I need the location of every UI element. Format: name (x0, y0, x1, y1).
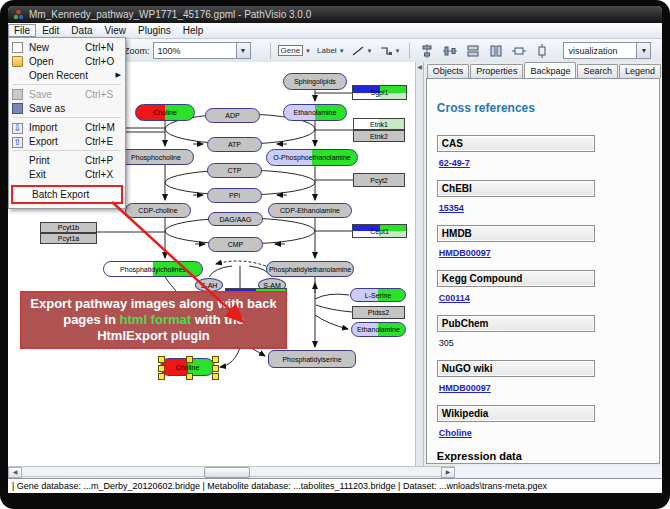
xref-link[interactable]: C00114 (439, 293, 470, 303)
draw-connector-button[interactable]: ▼ (377, 42, 403, 59)
node-label: Choline (176, 364, 200, 371)
node-cmp[interactable]: CMP (208, 237, 263, 252)
align-center-horizontal-button[interactable] (418, 42, 435, 59)
chevron-down-icon[interactable]: ▼ (339, 48, 345, 54)
chevron-down-icon[interactable]: ▼ (305, 48, 311, 54)
common-width-button[interactable] (510, 42, 527, 59)
chevron-down-icon[interactable]: ▼ (636, 43, 650, 58)
menu-item-exit[interactable]: ExitCtrl+X (10, 167, 124, 181)
node-phosphatidylserine[interactable]: Phosphatidylserine (268, 350, 356, 368)
menu-item-batch-export[interactable]: Batch Export (11, 185, 123, 204)
node-label: Pcyt2 (370, 177, 388, 184)
menu-file[interactable]: File (8, 24, 36, 37)
chevron-down-icon[interactable]: ▼ (236, 43, 250, 58)
node-label: Pcyt1b (58, 224, 79, 231)
menu-edit[interactable]: Edit (36, 24, 65, 37)
node-dag-aag[interactable]: DAG/AAG (208, 212, 263, 226)
chevron-down-icon[interactable]: ▼ (395, 48, 401, 54)
node-phosphatidylcholines[interactable]: Phosphatidylcholines (103, 261, 203, 277)
canvas-horizontal-scrollbar[interactable]: ◀ ▶ (8, 466, 455, 477)
node-pcyt1b[interactable]: Pcyt1b (40, 222, 97, 233)
selection-handle[interactable] (158, 356, 165, 363)
node-atp[interactable]: ATP (207, 137, 262, 152)
menu-item-new[interactable]: NewCtrl+N (10, 40, 124, 54)
pathvisio-window: Mm_Kennedy_pathway_WP1771_45176.gpml - P… (8, 6, 662, 493)
node-pcyt1a[interactable]: Pcyt1a (40, 233, 97, 244)
visualization-combobox[interactable]: visualization ▼ (563, 42, 651, 59)
xref-link[interactable]: HMDB00097 (439, 383, 491, 393)
scroll-right-arrow-icon[interactable]: ▶ (441, 467, 455, 478)
node-ptdss2[interactable]: Ptdss2 (352, 306, 405, 319)
scrollbar-thumb[interactable] (204, 467, 250, 478)
menu-item-import[interactable]: ⇩ImportCtrl+M (10, 120, 124, 134)
chevron-down-icon[interactable]: ▼ (367, 48, 373, 54)
menu-icon-spacer (12, 169, 25, 180)
app-icon (13, 9, 24, 20)
node-cdp-ethanolamine[interactable]: CDP-Ethanolamine (268, 203, 352, 218)
node-adp[interactable]: ADP (205, 108, 260, 123)
node-etnk2[interactable]: Etnk2 (353, 130, 405, 142)
xref-link[interactable]: 62-49-7 (439, 158, 470, 168)
selection-handle[interactable] (186, 373, 193, 380)
node-phosphocholine[interactable]: Phosphocholine (118, 149, 194, 165)
menu-separator (13, 150, 121, 151)
menu-item-open[interactable]: OpenCtrl+O (10, 54, 124, 68)
tab-legend[interactable]: Legend (619, 64, 661, 78)
node-etnk1[interactable]: Etnk1 (353, 118, 405, 130)
node-choline[interactable]: Choline (160, 358, 215, 376)
side-panel-tabs: ObjectsPropertiesBackpageSearchLegend (424, 62, 662, 78)
node-pcyt2[interactable]: Pcyt2 (353, 173, 405, 187)
node-s-ah[interactable]: S-AH (195, 278, 223, 292)
selection-handle[interactable] (158, 373, 165, 380)
xref-link[interactable]: 15354 (439, 203, 464, 213)
stack-vertical-button[interactable] (464, 42, 481, 59)
menu-item-save-as[interactable]: Save as (10, 101, 124, 115)
zoom-combobox[interactable]: 100% ▼ (153, 42, 251, 59)
selection-handle[interactable] (186, 356, 193, 363)
status-text: | Gene database: ...m_Derby_20120602.bri… (12, 481, 547, 491)
node-ppi[interactable]: PPi (207, 188, 262, 203)
tab-backpage[interactable]: Backpage (524, 62, 576, 78)
backpage-panel: Cross references CAS62-49-7ChEBI15354HMD… (426, 78, 660, 464)
xref-section-pubchem: PubChem305 (437, 315, 659, 351)
menu-data[interactable]: Data (65, 24, 98, 37)
panel-splitter[interactable]: ◀ (415, 62, 423, 466)
draw-line-button[interactable]: ▼ (349, 42, 375, 59)
node-l-serine[interactable]: L-Serine (350, 288, 406, 302)
node-phosphatidylethanolamine[interactable]: Phosphatidylethanolamine (266, 261, 354, 277)
selection-handle[interactable] (158, 365, 165, 372)
menu-view[interactable]: View (98, 24, 132, 37)
tab-search[interactable]: Search (577, 64, 618, 78)
common-height-button[interactable] (533, 42, 550, 59)
node-ctp[interactable]: CTP (207, 163, 262, 178)
menu-item-export[interactable]: ⇧ExportCtrl+E (10, 134, 124, 148)
add-gene-button[interactable]: Gene ▼ (276, 42, 314, 59)
selection-handle[interactable] (212, 365, 219, 372)
xref-section-chebi: ChEBI15354 (437, 180, 659, 216)
selection-handle[interactable] (212, 373, 219, 380)
node-o-phosphoethanolamine[interactable]: O-Phosphoethanolamine (266, 149, 358, 166)
menu-item-print[interactable]: PrintCtrl+P (10, 153, 124, 167)
xref-link[interactable]: Choline (439, 428, 472, 438)
add-label-button[interactable]: Label ▼ (315, 42, 347, 59)
selection-handle[interactable] (212, 356, 219, 363)
tab-objects[interactable]: Objects (427, 64, 470, 78)
node-ethanolamine[interactable]: Ethanolamine (351, 322, 406, 337)
tab-properties[interactable]: Properties (470, 64, 523, 78)
menu-item-label: Save as (29, 103, 85, 114)
stack-horizontal-button[interactable] (487, 42, 504, 59)
align-center-vertical-button[interactable] (441, 42, 458, 59)
node-choline[interactable]: Choline (135, 104, 195, 121)
scroll-left-arrow-icon[interactable]: ◀ (8, 467, 22, 478)
menu-help[interactable]: Help (177, 24, 210, 37)
import-icon: ⇩ (12, 123, 23, 134)
menu-item-label: Exit (29, 169, 85, 180)
node-cept1[interactable]: Cept1 (352, 224, 407, 238)
menu-plugins[interactable]: Plugins (132, 24, 177, 37)
xref-link[interactable]: HMDB00097 (439, 248, 491, 258)
node-cdp-choline[interactable]: CDP-choline (125, 203, 191, 218)
node-sgpl1[interactable]: Sgpl1 (352, 85, 407, 100)
menu-item-open-recent[interactable]: Open Recent▶ (10, 68, 124, 82)
node-ethanolamine[interactable]: Ethanolamine (283, 104, 347, 121)
node-sphingolipids[interactable]: Sphingolipids (283, 73, 347, 90)
